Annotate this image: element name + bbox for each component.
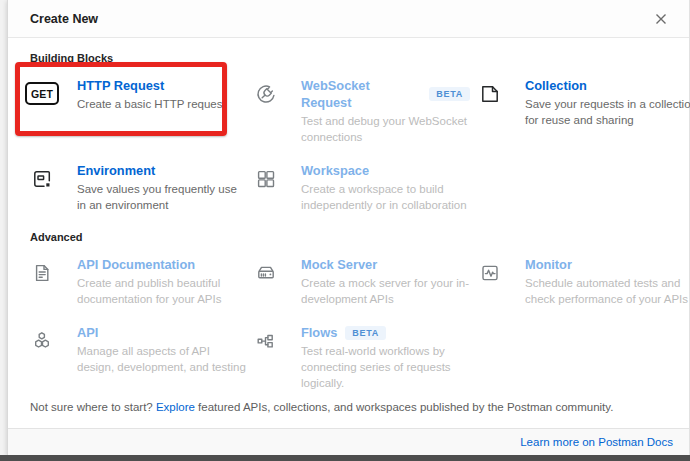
beta-badge: BETA [345,326,386,340]
card-title: Monitor [525,256,690,273]
card-title: Collection [525,77,690,94]
section-label-advanced: Advanced [30,231,675,243]
dialog-content: Building Blocks GET HTTP Request Create … [8,52,689,413]
card-description: Schedule automated tests and check perfo… [525,275,690,307]
card-mock-server[interactable]: Mock Server Create a mock server for you… [246,256,470,307]
collection-icon [470,82,510,106]
dialog-title: Create New [30,12,98,26]
document-icon [22,261,62,285]
card-title: API Documentation [77,256,246,273]
card-description: Test real-world workflows by connecting … [301,343,470,391]
card-title: Mock Server [301,256,470,273]
card-title: FlowsBETA [301,324,470,341]
card-title: Workspace [301,162,470,179]
create-new-dialog: Create New Building Blocks GET HTTP Requ… [7,0,690,455]
card-api-documentation[interactable]: API Documentation Create and publish bea… [22,256,246,307]
card-monitor[interactable]: Monitor Schedule automated tests and che… [470,256,690,307]
monitor-pulse-icon [470,261,510,285]
footer-bar: Learn more on Postman Docs [8,428,689,455]
card-title: Environment [77,162,246,179]
card-collection[interactable]: Collection Save your requests in a colle… [470,77,690,145]
advanced-grid: API Documentation Create and publish bea… [22,256,675,391]
hexagons-icon [22,329,62,353]
card-description: Manage all aspects of API design, develo… [77,343,246,375]
close-icon[interactable] [653,11,669,27]
card-api[interactable]: API Manage all aspects of API design, de… [22,324,246,391]
building-blocks-grid: GET HTTP Request Create a basic HTTP req… [22,77,675,213]
dialog-header: Create New [8,0,689,38]
card-description: Save values you frequently use in an env… [77,181,246,213]
server-icon [246,261,286,285]
flow-tree-icon [246,329,286,353]
get-method-icon: GET [22,82,62,105]
explore-link[interactable]: Explore [156,401,195,413]
postman-docs-link[interactable]: Learn more on Postman Docs [520,436,673,448]
card-http-request[interactable]: GET HTTP Request Create a basic HTTP req… [22,77,246,145]
card-websocket-request[interactable]: WebSocket RequestBETA Test and debug you… [246,77,470,145]
card-environment[interactable]: Environment Save values you frequently u… [22,162,246,213]
card-flows[interactable]: FlowsBETA Test real-world workflows by c… [246,324,470,391]
card-description: Create a basic HTTP request [77,96,246,112]
card-description: Save your requests in a collection for r… [525,96,690,128]
screen-edge-strip [0,455,690,461]
card-workspace[interactable]: Workspace Create a workspace to build in… [246,162,470,213]
card-title: HTTP Request [77,77,246,94]
websocket-icon [246,82,286,106]
section-label-building-blocks: Building Blocks [30,52,675,64]
beta-badge: BETA [429,87,470,101]
card-description: Create a workspace to build independentl… [301,181,470,213]
workspace-grid-icon [246,167,286,191]
card-title: API [77,324,246,341]
card-description: Create a mock server for your in-develop… [301,275,470,307]
card-title: WebSocket RequestBETA [301,77,470,111]
card-description: Create and publish beautiful documentati… [77,275,246,307]
footer-note: Not sure where to start? Explore feature… [30,401,675,413]
card-description: Test and debug your WebSocket connection… [301,113,470,145]
environment-icon [22,167,62,191]
